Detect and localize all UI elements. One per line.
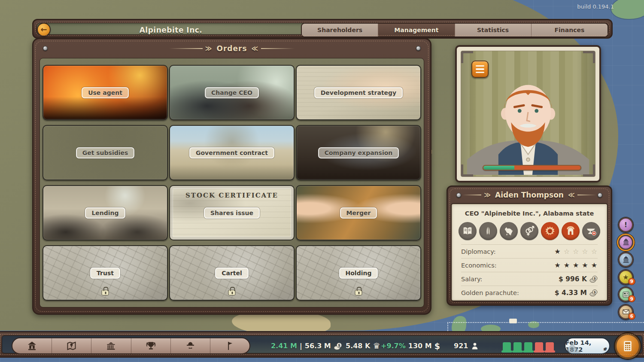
- helmet-icon[interactable]: [562, 222, 580, 240]
- company-title: Alpinebite Inc.: [33, 20, 308, 40]
- agent-icon: [185, 340, 196, 352]
- calculator-button[interactable]: [615, 333, 641, 359]
- tab-bar: Shareholders Management Statistics Finan…: [301, 23, 608, 37]
- tab-shareholders[interactable]: Shareholders: [302, 24, 378, 37]
- lock-icon: [355, 290, 362, 295]
- person-icon: [471, 342, 479, 350]
- order-card-holding[interactable]: Holding: [296, 245, 421, 301]
- capital-stat: +9.7% 130 M $: [381, 336, 440, 356]
- bottom-bar-inner: 2.41 M | 56.3 M $ 5.48 K ♛ +9.7% 130 M $…: [2, 335, 642, 353]
- dollar-icon: $: [434, 341, 440, 351]
- anvil-icon[interactable]: [582, 222, 600, 240]
- prestige-stat: 5.48 K ♛: [346, 336, 380, 356]
- stat-label: Salary:: [461, 276, 482, 283]
- frame-corner: [461, 164, 473, 177]
- politics-button[interactable]: [618, 235, 633, 250]
- order-card-merger[interactable]: Merger: [296, 185, 421, 240]
- calculator-icon: [621, 340, 634, 353]
- newspaper-button[interactable]: 9: [618, 287, 633, 302]
- nav-world-map[interactable]: [52, 338, 91, 353]
- order-card-company-expansion[interactable]: Company expansion: [296, 125, 421, 180]
- stat-label: Economics:: [461, 262, 497, 269]
- lock-icon: [228, 290, 236, 295]
- character-role: CEO "Alpinebite Inc.", Alabama state: [461, 210, 598, 217]
- tophat-icon: [503, 342, 511, 353]
- character-body: CEO "Alpinebite Inc.", Alabama state: [451, 203, 608, 301]
- card-label: Trust: [90, 268, 120, 279]
- coins-icon: $: [589, 275, 598, 283]
- achievements-button[interactable]: ★ 9: [618, 270, 633, 285]
- nav-agents[interactable]: [171, 338, 210, 353]
- rivet-icon: [456, 193, 461, 198]
- svg-text:$: $: [338, 344, 340, 347]
- flourish-right: ≪: [252, 45, 295, 52]
- economics-stars: ★★★★★: [554, 261, 598, 269]
- tophat-icon: [546, 342, 554, 353]
- rivet-icon: [598, 193, 602, 198]
- tree-icon: ⸙: [604, 345, 607, 352]
- tab-finances[interactable]: Finances: [532, 24, 608, 37]
- badge-count: 9: [628, 295, 635, 302]
- map-icon: [66, 340, 77, 352]
- orders-grid: Use agent Change CEO Development strateg…: [39, 58, 424, 307]
- character-header: ≫ Aiden Thompson ≪: [448, 187, 611, 203]
- ceo-loyalty-bar: [483, 165, 581, 170]
- rivet-icon: [416, 46, 421, 51]
- order-card-lending[interactable]: Lending: [43, 185, 168, 240]
- trophy-icon: [145, 340, 157, 352]
- mail-button[interactable]: 6: [618, 304, 633, 319]
- stat-label: Diplomacy:: [461, 248, 496, 255]
- portrait-menu-button[interactable]: [471, 61, 489, 78]
- order-card-change-ceo[interactable]: Change CEO: [169, 65, 295, 120]
- stat-label: Golden parachute:: [461, 289, 519, 296]
- trait-icons-row: [461, 222, 598, 240]
- badge-count: 9: [628, 278, 635, 285]
- book-icon[interactable]: [459, 222, 477, 240]
- order-card-development-strategy[interactable]: Development strategy: [296, 65, 421, 120]
- bottom-nav: [12, 338, 250, 354]
- flourish-right: ≪: [568, 191, 596, 199]
- card-label: Merger: [340, 207, 377, 219]
- coins-icon: $: [334, 342, 342, 350]
- title-bar: ← Alpinebite Inc. Shareholders Managemen…: [32, 19, 613, 39]
- treasury-stat: 2.41 M | 56.3 M $: [271, 336, 342, 356]
- order-card-use-agent[interactable]: Use agent: [43, 65, 168, 120]
- nav-headquarters[interactable]: [12, 338, 52, 353]
- tophat-icon: [513, 342, 522, 353]
- orders-title: Orders: [216, 44, 247, 53]
- order-card-get-subsidies[interactable]: Get subsidies: [43, 125, 168, 180]
- nav-milestones[interactable]: [210, 338, 249, 353]
- nav-government[interactable]: [91, 338, 131, 353]
- flourish-left: ≫: [169, 45, 213, 52]
- loyalty-fill: [483, 166, 514, 170]
- growth-pct: +9.7%: [381, 342, 406, 350]
- order-card-government-contract[interactable]: Government contract: [169, 125, 295, 180]
- nav-achievements[interactable]: [131, 338, 171, 353]
- order-card-shares-issue[interactable]: STOCK CERTIFICATE Shares issue: [169, 185, 295, 240]
- bottom-bar: 2.41 M | 56.3 M $ 5.48 K ♛ +9.7% 130 M $…: [0, 331, 644, 358]
- date-display[interactable]: Feb 14, 1872 ⸙: [565, 338, 610, 354]
- order-card-cartel[interactable]: Cartel: [169, 245, 295, 301]
- svg-text:$: $: [594, 290, 596, 294]
- praying-hands-icon[interactable]: [479, 222, 497, 240]
- frame-corner: [461, 51, 473, 63]
- crown-value: 5.48 K: [346, 342, 370, 350]
- donkey-icon[interactable]: [500, 222, 518, 240]
- map-marker: [509, 319, 517, 323]
- whitehouse-icon: [105, 340, 117, 352]
- capital-value: 130 M: [408, 342, 432, 350]
- svg-text:$: $: [594, 277, 596, 280]
- game-screen: KY H build 0.194.1 ← Alpinebite Inc. Sha…: [0, 0, 644, 362]
- tab-statistics[interactable]: Statistics: [455, 24, 532, 37]
- order-card-trust[interactable]: Trust: [43, 245, 168, 301]
- card-label: Cartel: [215, 268, 249, 279]
- tab-management[interactable]: Management: [378, 24, 455, 37]
- alert-button[interactable]: !: [618, 217, 633, 232]
- lion-icon[interactable]: [541, 222, 559, 240]
- frame-corner: [583, 164, 595, 177]
- gender-icon[interactable]: [520, 222, 538, 240]
- state-capitol-button[interactable]: [618, 252, 633, 267]
- ceo-portrait-panel: [455, 45, 601, 183]
- rivet-icon: [43, 46, 48, 51]
- card-label: Company expansion: [318, 147, 399, 158]
